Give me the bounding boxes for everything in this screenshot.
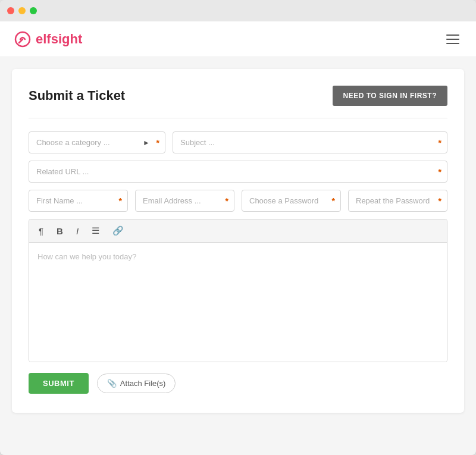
related-url-field: * — [29, 161, 447, 183]
repeat-password-input[interactable] — [348, 190, 447, 212]
sign-in-button[interactable]: NEED TO SIGN IN FIRST? — [333, 86, 447, 106]
italic-button[interactable]: I — [74, 225, 81, 237]
attach-files-button[interactable]: 📎 Attach File(s) — [97, 374, 176, 393]
subject-input[interactable] — [173, 131, 447, 153]
hamburger-line — [446, 34, 459, 36]
logo[interactable]: elfsight — [14, 31, 82, 48]
header: elfsight — [0, 21, 476, 57]
page-title: Submit a Ticket — [29, 88, 125, 103]
repeat-password-field: * — [348, 190, 447, 212]
chevron-right-icon: ► — [143, 139, 150, 147]
required-star: * — [156, 138, 159, 148]
submit-button[interactable]: SUBMIT — [29, 373, 89, 394]
list-button[interactable]: ☰ — [89, 224, 102, 237]
form-row-2: * — [29, 161, 447, 183]
maximize-icon[interactable] — [30, 7, 37, 14]
editor-body[interactable]: How can we help you today? — [29, 243, 447, 362]
editor-wrapper: ¶ B I ☰ 🔗 How can we help you today? — [29, 219, 447, 362]
logo-icon — [14, 31, 31, 48]
bold-button[interactable]: B — [54, 225, 65, 237]
divider — [29, 118, 447, 118]
titlebar — [0, 0, 476, 21]
first-name-field: * — [29, 190, 128, 212]
form-actions: SUBMIT 📎 Attach File(s) — [29, 373, 447, 394]
logo-text: elfsight — [36, 32, 82, 47]
category-field: ► * — [29, 131, 165, 153]
required-star: * — [119, 196, 122, 206]
required-star: * — [439, 167, 441, 177]
required-star: * — [439, 196, 441, 206]
close-icon[interactable] — [7, 7, 14, 14]
subject-field: * — [173, 131, 447, 153]
hamburger-menu[interactable] — [444, 32, 462, 46]
required-star: * — [226, 196, 228, 206]
editor-toolbar: ¶ B I ☰ 🔗 — [29, 219, 447, 243]
minimize-icon[interactable] — [18, 7, 26, 14]
card-header: Submit a Ticket NEED TO SIGN IN FIRST? — [29, 86, 447, 106]
hamburger-line — [446, 43, 459, 44]
svg-line-1 — [19, 39, 23, 43]
first-name-input[interactable] — [29, 190, 128, 212]
hamburger-line — [446, 39, 459, 40]
ticket-card: Submit a Ticket NEED TO SIGN IN FIRST? ►… — [12, 69, 464, 413]
required-star: * — [332, 196, 335, 206]
related-url-input[interactable] — [29, 161, 447, 183]
paperclip-icon: 📎 — [107, 379, 117, 388]
form-row-3: * * * * — [29, 190, 447, 212]
app-window: elfsight Submit a Ticket NEED TO SIGN IN… — [0, 0, 476, 455]
password-field: * — [242, 190, 341, 212]
required-star: * — [439, 138, 441, 148]
paragraph-button[interactable]: ¶ — [36, 225, 46, 237]
email-input[interactable] — [135, 190, 234, 212]
attach-label: Attach File(s) — [120, 379, 166, 388]
content-area: Submit a Ticket NEED TO SIGN IN FIRST? ►… — [0, 57, 476, 455]
link-button[interactable]: 🔗 — [110, 224, 126, 237]
password-input[interactable] — [242, 190, 341, 212]
form-row-1: ► * * — [29, 131, 447, 153]
email-field: * — [135, 190, 234, 212]
